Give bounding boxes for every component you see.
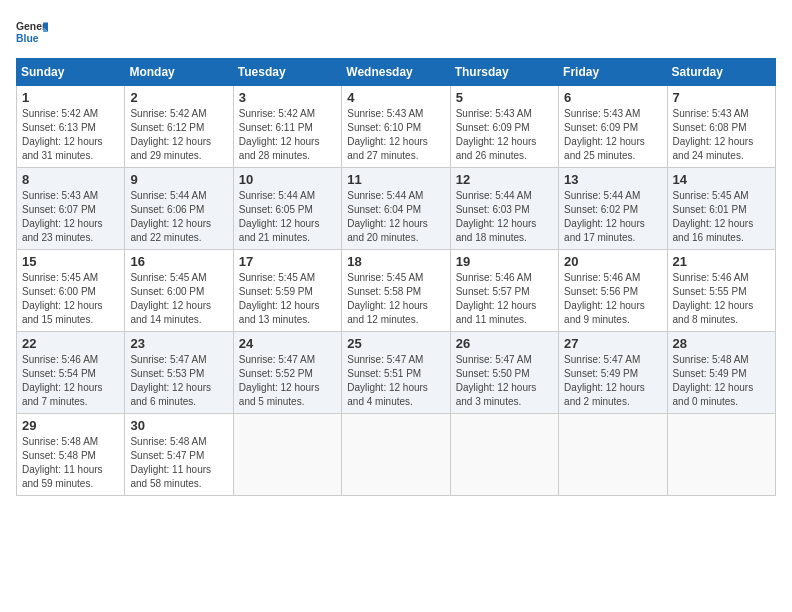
day-info: Sunrise: 5:46 AMSunset: 5:56 PMDaylight:… bbox=[564, 271, 661, 327]
day-number: 11 bbox=[347, 172, 444, 187]
day-number: 15 bbox=[22, 254, 119, 269]
calendar-cell: 1Sunrise: 5:42 AMSunset: 6:13 PMDaylight… bbox=[17, 86, 125, 168]
calendar-cell: 9Sunrise: 5:44 AMSunset: 6:06 PMDaylight… bbox=[125, 168, 233, 250]
day-number: 4 bbox=[347, 90, 444, 105]
calendar-cell: 7Sunrise: 5:43 AMSunset: 6:08 PMDaylight… bbox=[667, 86, 775, 168]
calendar-cell: 6Sunrise: 5:43 AMSunset: 6:09 PMDaylight… bbox=[559, 86, 667, 168]
day-number: 29 bbox=[22, 418, 119, 433]
day-info: Sunrise: 5:44 AMSunset: 6:03 PMDaylight:… bbox=[456, 189, 553, 245]
day-info: Sunrise: 5:44 AMSunset: 6:06 PMDaylight:… bbox=[130, 189, 227, 245]
day-of-week-header: Tuesday bbox=[233, 59, 341, 86]
day-number: 5 bbox=[456, 90, 553, 105]
day-info: Sunrise: 5:48 AMSunset: 5:47 PMDaylight:… bbox=[130, 435, 227, 491]
day-number: 12 bbox=[456, 172, 553, 187]
day-info: Sunrise: 5:47 AMSunset: 5:53 PMDaylight:… bbox=[130, 353, 227, 409]
day-info: Sunrise: 5:48 AMSunset: 5:49 PMDaylight:… bbox=[673, 353, 770, 409]
day-info: Sunrise: 5:44 AMSunset: 6:02 PMDaylight:… bbox=[564, 189, 661, 245]
calendar-cell: 14Sunrise: 5:45 AMSunset: 6:01 PMDayligh… bbox=[667, 168, 775, 250]
day-info: Sunrise: 5:47 AMSunset: 5:52 PMDaylight:… bbox=[239, 353, 336, 409]
day-of-week-header: Sunday bbox=[17, 59, 125, 86]
day-number: 8 bbox=[22, 172, 119, 187]
day-info: Sunrise: 5:46 AMSunset: 5:55 PMDaylight:… bbox=[673, 271, 770, 327]
calendar-cell: 21Sunrise: 5:46 AMSunset: 5:55 PMDayligh… bbox=[667, 250, 775, 332]
calendar-cell: 29Sunrise: 5:48 AMSunset: 5:48 PMDayligh… bbox=[17, 414, 125, 496]
calendar-cell: 16Sunrise: 5:45 AMSunset: 6:00 PMDayligh… bbox=[125, 250, 233, 332]
day-info: Sunrise: 5:45 AMSunset: 6:00 PMDaylight:… bbox=[22, 271, 119, 327]
calendar-cell: 19Sunrise: 5:46 AMSunset: 5:57 PMDayligh… bbox=[450, 250, 558, 332]
day-info: Sunrise: 5:44 AMSunset: 6:04 PMDaylight:… bbox=[347, 189, 444, 245]
day-number: 21 bbox=[673, 254, 770, 269]
calendar-cell: 11Sunrise: 5:44 AMSunset: 6:04 PMDayligh… bbox=[342, 168, 450, 250]
day-info: Sunrise: 5:42 AMSunset: 6:12 PMDaylight:… bbox=[130, 107, 227, 163]
calendar-cell: 17Sunrise: 5:45 AMSunset: 5:59 PMDayligh… bbox=[233, 250, 341, 332]
day-of-week-header: Wednesday bbox=[342, 59, 450, 86]
day-number: 20 bbox=[564, 254, 661, 269]
calendar-cell: 24Sunrise: 5:47 AMSunset: 5:52 PMDayligh… bbox=[233, 332, 341, 414]
day-info: Sunrise: 5:42 AMSunset: 6:13 PMDaylight:… bbox=[22, 107, 119, 163]
day-number: 30 bbox=[130, 418, 227, 433]
day-info: Sunrise: 5:43 AMSunset: 6:08 PMDaylight:… bbox=[673, 107, 770, 163]
day-info: Sunrise: 5:45 AMSunset: 5:59 PMDaylight:… bbox=[239, 271, 336, 327]
calendar-cell: 13Sunrise: 5:44 AMSunset: 6:02 PMDayligh… bbox=[559, 168, 667, 250]
day-info: Sunrise: 5:45 AMSunset: 6:01 PMDaylight:… bbox=[673, 189, 770, 245]
day-info: Sunrise: 5:43 AMSunset: 6:09 PMDaylight:… bbox=[564, 107, 661, 163]
day-number: 23 bbox=[130, 336, 227, 351]
day-info: Sunrise: 5:44 AMSunset: 6:05 PMDaylight:… bbox=[239, 189, 336, 245]
day-info: Sunrise: 5:43 AMSunset: 6:09 PMDaylight:… bbox=[456, 107, 553, 163]
day-of-week-header: Friday bbox=[559, 59, 667, 86]
calendar-cell: 5Sunrise: 5:43 AMSunset: 6:09 PMDaylight… bbox=[450, 86, 558, 168]
calendar-cell: 23Sunrise: 5:47 AMSunset: 5:53 PMDayligh… bbox=[125, 332, 233, 414]
day-number: 24 bbox=[239, 336, 336, 351]
day-number: 22 bbox=[22, 336, 119, 351]
day-number: 2 bbox=[130, 90, 227, 105]
calendar-cell: 3Sunrise: 5:42 AMSunset: 6:11 PMDaylight… bbox=[233, 86, 341, 168]
calendar-table: SundayMondayTuesdayWednesdayThursdayFrid… bbox=[16, 58, 776, 496]
calendar-cell: 26Sunrise: 5:47 AMSunset: 5:50 PMDayligh… bbox=[450, 332, 558, 414]
calendar-cell: 10Sunrise: 5:44 AMSunset: 6:05 PMDayligh… bbox=[233, 168, 341, 250]
calendar-cell bbox=[233, 414, 341, 496]
day-of-week-header: Saturday bbox=[667, 59, 775, 86]
svg-text:Blue: Blue bbox=[16, 33, 39, 44]
calendar-cell: 2Sunrise: 5:42 AMSunset: 6:12 PMDaylight… bbox=[125, 86, 233, 168]
day-number: 25 bbox=[347, 336, 444, 351]
calendar-cell: 8Sunrise: 5:43 AMSunset: 6:07 PMDaylight… bbox=[17, 168, 125, 250]
calendar-cell: 27Sunrise: 5:47 AMSunset: 5:49 PMDayligh… bbox=[559, 332, 667, 414]
day-of-week-header: Monday bbox=[125, 59, 233, 86]
day-number: 1 bbox=[22, 90, 119, 105]
day-info: Sunrise: 5:46 AMSunset: 5:54 PMDaylight:… bbox=[22, 353, 119, 409]
calendar-cell: 12Sunrise: 5:44 AMSunset: 6:03 PMDayligh… bbox=[450, 168, 558, 250]
day-info: Sunrise: 5:46 AMSunset: 5:57 PMDaylight:… bbox=[456, 271, 553, 327]
day-number: 10 bbox=[239, 172, 336, 187]
day-number: 9 bbox=[130, 172, 227, 187]
day-number: 28 bbox=[673, 336, 770, 351]
day-number: 14 bbox=[673, 172, 770, 187]
day-info: Sunrise: 5:43 AMSunset: 6:07 PMDaylight:… bbox=[22, 189, 119, 245]
day-number: 27 bbox=[564, 336, 661, 351]
calendar-cell: 30Sunrise: 5:48 AMSunset: 5:47 PMDayligh… bbox=[125, 414, 233, 496]
day-number: 16 bbox=[130, 254, 227, 269]
day-number: 3 bbox=[239, 90, 336, 105]
day-number: 7 bbox=[673, 90, 770, 105]
calendar-cell bbox=[342, 414, 450, 496]
calendar-cell: 4Sunrise: 5:43 AMSunset: 6:10 PMDaylight… bbox=[342, 86, 450, 168]
calendar-cell: 22Sunrise: 5:46 AMSunset: 5:54 PMDayligh… bbox=[17, 332, 125, 414]
day-number: 13 bbox=[564, 172, 661, 187]
day-of-week-header: Thursday bbox=[450, 59, 558, 86]
day-info: Sunrise: 5:43 AMSunset: 6:10 PMDaylight:… bbox=[347, 107, 444, 163]
day-number: 6 bbox=[564, 90, 661, 105]
day-number: 17 bbox=[239, 254, 336, 269]
calendar-cell: 28Sunrise: 5:48 AMSunset: 5:49 PMDayligh… bbox=[667, 332, 775, 414]
day-number: 19 bbox=[456, 254, 553, 269]
calendar-cell: 20Sunrise: 5:46 AMSunset: 5:56 PMDayligh… bbox=[559, 250, 667, 332]
day-info: Sunrise: 5:45 AMSunset: 5:58 PMDaylight:… bbox=[347, 271, 444, 327]
calendar-cell bbox=[667, 414, 775, 496]
calendar-cell: 18Sunrise: 5:45 AMSunset: 5:58 PMDayligh… bbox=[342, 250, 450, 332]
calendar-cell: 15Sunrise: 5:45 AMSunset: 6:00 PMDayligh… bbox=[17, 250, 125, 332]
day-number: 18 bbox=[347, 254, 444, 269]
day-info: Sunrise: 5:42 AMSunset: 6:11 PMDaylight:… bbox=[239, 107, 336, 163]
day-info: Sunrise: 5:48 AMSunset: 5:48 PMDaylight:… bbox=[22, 435, 119, 491]
day-number: 26 bbox=[456, 336, 553, 351]
calendar-cell bbox=[559, 414, 667, 496]
calendar-cell: 25Sunrise: 5:47 AMSunset: 5:51 PMDayligh… bbox=[342, 332, 450, 414]
day-info: Sunrise: 5:45 AMSunset: 6:00 PMDaylight:… bbox=[130, 271, 227, 327]
